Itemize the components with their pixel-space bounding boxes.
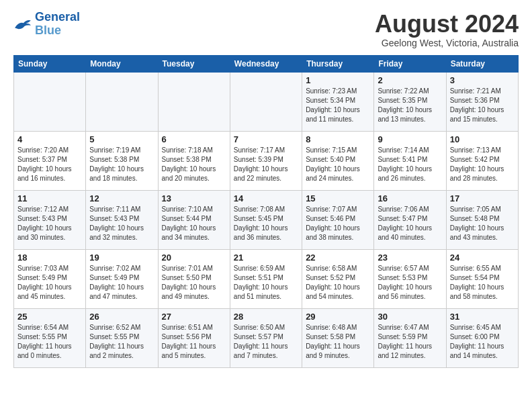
- day-number: 1: [306, 75, 370, 85]
- calendar-header-row: SundayMondayTuesdayWednesdayThursdayFrid…: [14, 55, 519, 72]
- day-number: 8: [306, 134, 370, 144]
- day-info: Sunrise: 7:22 AM Sunset: 5:35 PM Dayligh…: [378, 87, 442, 124]
- calendar-cell: 20Sunrise: 7:01 AM Sunset: 5:50 PM Dayli…: [158, 249, 230, 308]
- day-info: Sunrise: 6:50 AM Sunset: 5:57 PM Dayligh…: [234, 323, 298, 361]
- calendar-cell: 28Sunrise: 6:50 AM Sunset: 5:57 PM Dayli…: [230, 308, 302, 367]
- day-number: 10: [450, 134, 515, 144]
- day-info: Sunrise: 7:11 AM Sunset: 5:43 PM Dayligh…: [89, 205, 154, 242]
- calendar-cell: 9Sunrise: 7:14 AM Sunset: 5:41 PM Daylig…: [374, 131, 446, 190]
- calendar-table: SundayMondayTuesdayWednesdayThursdayFrid…: [13, 55, 519, 368]
- calendar-cell: 18Sunrise: 7:03 AM Sunset: 5:49 PM Dayli…: [14, 249, 86, 308]
- day-info: Sunrise: 7:20 AM Sunset: 5:37 PM Dayligh…: [17, 146, 82, 183]
- day-info: Sunrise: 7:19 AM Sunset: 5:38 PM Dayligh…: [89, 146, 154, 183]
- day-number: 7: [234, 134, 298, 144]
- day-number: 6: [162, 134, 226, 144]
- day-number: 5: [89, 134, 154, 144]
- column-header-sunday: Sunday: [14, 55, 86, 72]
- column-header-saturday: Saturday: [446, 55, 518, 72]
- day-info: Sunrise: 7:06 AM Sunset: 5:47 PM Dayligh…: [378, 205, 442, 242]
- day-number: 29: [306, 312, 370, 322]
- column-header-monday: Monday: [86, 55, 158, 72]
- day-number: 24: [450, 253, 515, 263]
- day-number: 21: [234, 253, 298, 263]
- day-info: Sunrise: 7:01 AM Sunset: 5:50 PM Dayligh…: [162, 264, 226, 302]
- calendar-cell: 10Sunrise: 7:13 AM Sunset: 5:42 PM Dayli…: [446, 131, 518, 190]
- calendar-cell: [158, 72, 230, 131]
- day-info: Sunrise: 6:57 AM Sunset: 5:53 PM Dayligh…: [378, 264, 442, 302]
- day-info: Sunrise: 6:59 AM Sunset: 5:51 PM Dayligh…: [234, 264, 298, 302]
- calendar-week-row: 18Sunrise: 7:03 AM Sunset: 5:49 PM Dayli…: [14, 249, 519, 308]
- day-number: 14: [234, 193, 298, 203]
- day-info: Sunrise: 6:54 AM Sunset: 5:55 PM Dayligh…: [17, 323, 82, 361]
- calendar-week-row: 25Sunrise: 6:54 AM Sunset: 5:55 PM Dayli…: [14, 308, 519, 367]
- day-number: 13: [162, 193, 226, 203]
- calendar-cell: 22Sunrise: 6:58 AM Sunset: 5:52 PM Dayli…: [302, 249, 374, 308]
- day-info: Sunrise: 7:08 AM Sunset: 5:45 PM Dayligh…: [234, 205, 298, 242]
- logo-text: General Blue: [35, 11, 80, 38]
- day-number: 26: [89, 312, 154, 322]
- day-info: Sunrise: 7:17 AM Sunset: 5:39 PM Dayligh…: [234, 146, 298, 183]
- column-header-tuesday: Tuesday: [158, 55, 230, 72]
- calendar-cell: 26Sunrise: 6:52 AM Sunset: 5:55 PM Dayli…: [86, 308, 158, 367]
- day-number: 2: [378, 75, 442, 85]
- day-info: Sunrise: 6:45 AM Sunset: 6:00 PM Dayligh…: [450, 323, 515, 361]
- day-info: Sunrise: 7:23 AM Sunset: 5:34 PM Dayligh…: [306, 87, 370, 124]
- day-info: Sunrise: 7:03 AM Sunset: 5:49 PM Dayligh…: [17, 264, 82, 302]
- day-number: 4: [17, 134, 82, 144]
- calendar-cell: 3Sunrise: 7:21 AM Sunset: 5:36 PM Daylig…: [446, 72, 518, 131]
- calendar-cell: 6Sunrise: 7:18 AM Sunset: 5:38 PM Daylig…: [158, 131, 230, 190]
- day-info: Sunrise: 7:21 AM Sunset: 5:36 PM Dayligh…: [450, 87, 515, 124]
- day-number: 19: [89, 253, 154, 263]
- day-info: Sunrise: 6:52 AM Sunset: 5:55 PM Dayligh…: [89, 323, 154, 361]
- calendar-cell: 12Sunrise: 7:11 AM Sunset: 5:43 PM Dayli…: [86, 190, 158, 249]
- calendar-cell: 14Sunrise: 7:08 AM Sunset: 5:45 PM Dayli…: [230, 190, 302, 249]
- calendar-week-row: 11Sunrise: 7:12 AM Sunset: 5:43 PM Dayli…: [14, 190, 519, 249]
- day-info: Sunrise: 7:05 AM Sunset: 5:48 PM Dayligh…: [450, 205, 515, 242]
- day-number: 15: [306, 193, 370, 203]
- calendar-cell: 5Sunrise: 7:19 AM Sunset: 5:38 PM Daylig…: [86, 131, 158, 190]
- day-info: Sunrise: 6:47 AM Sunset: 5:59 PM Dayligh…: [378, 323, 442, 361]
- calendar-cell: 16Sunrise: 7:06 AM Sunset: 5:47 PM Dayli…: [374, 190, 446, 249]
- calendar-cell: [230, 72, 302, 131]
- day-info: Sunrise: 7:14 AM Sunset: 5:41 PM Dayligh…: [378, 146, 442, 183]
- day-number: 9: [378, 134, 442, 144]
- day-info: Sunrise: 7:18 AM Sunset: 5:38 PM Dayligh…: [162, 146, 226, 183]
- day-number: 31: [450, 312, 515, 322]
- calendar-week-row: 1Sunrise: 7:23 AM Sunset: 5:34 PM Daylig…: [14, 72, 519, 131]
- calendar-cell: 1Sunrise: 7:23 AM Sunset: 5:34 PM Daylig…: [302, 72, 374, 131]
- calendar-cell: [86, 72, 158, 131]
- calendar-cell: 27Sunrise: 6:51 AM Sunset: 5:56 PM Dayli…: [158, 308, 230, 367]
- day-info: Sunrise: 6:55 AM Sunset: 5:54 PM Dayligh…: [450, 264, 515, 302]
- calendar-cell: 2Sunrise: 7:22 AM Sunset: 5:35 PM Daylig…: [374, 72, 446, 131]
- day-info: Sunrise: 7:13 AM Sunset: 5:42 PM Dayligh…: [450, 146, 515, 183]
- calendar-cell: 31Sunrise: 6:45 AM Sunset: 6:00 PM Dayli…: [446, 308, 518, 367]
- calendar-cell: 19Sunrise: 7:02 AM Sunset: 5:49 PM Dayli…: [86, 249, 158, 308]
- day-number: 28: [234, 312, 298, 322]
- day-number: 16: [378, 193, 442, 203]
- calendar-cell: 29Sunrise: 6:48 AM Sunset: 5:58 PM Dayli…: [302, 308, 374, 367]
- day-info: Sunrise: 6:48 AM Sunset: 5:58 PM Dayligh…: [306, 323, 370, 361]
- day-number: 27: [162, 312, 226, 322]
- title-block: August 2024 Geelong West, Victoria, Aust…: [375, 11, 519, 48]
- calendar-cell: 30Sunrise: 6:47 AM Sunset: 5:59 PM Dayli…: [374, 308, 446, 367]
- calendar-cell: 8Sunrise: 7:15 AM Sunset: 5:40 PM Daylig…: [302, 131, 374, 190]
- day-info: Sunrise: 7:07 AM Sunset: 5:46 PM Dayligh…: [306, 205, 370, 242]
- day-number: 22: [306, 253, 370, 263]
- calendar-cell: [14, 72, 86, 131]
- day-number: 11: [17, 193, 82, 203]
- column-header-friday: Friday: [374, 55, 446, 72]
- page-header: General Blue August 2024 Geelong West, V…: [13, 11, 519, 48]
- calendar-cell: 17Sunrise: 7:05 AM Sunset: 5:48 PM Dayli…: [446, 190, 518, 249]
- day-number: 23: [378, 253, 442, 263]
- day-info: Sunrise: 6:51 AM Sunset: 5:56 PM Dayligh…: [162, 323, 226, 361]
- day-info: Sunrise: 6:58 AM Sunset: 5:52 PM Dayligh…: [306, 264, 370, 302]
- day-info: Sunrise: 7:12 AM Sunset: 5:43 PM Dayligh…: [17, 205, 82, 242]
- day-number: 20: [162, 253, 226, 263]
- day-number: 3: [450, 75, 515, 85]
- day-info: Sunrise: 7:10 AM Sunset: 5:44 PM Dayligh…: [162, 205, 226, 242]
- calendar-cell: 4Sunrise: 7:20 AM Sunset: 5:37 PM Daylig…: [14, 131, 86, 190]
- location-subtitle: Geelong West, Victoria, Australia: [375, 38, 519, 48]
- month-year-title: August 2024: [375, 11, 519, 38]
- day-info: Sunrise: 7:02 AM Sunset: 5:49 PM Dayligh…: [89, 264, 154, 302]
- calendar-cell: 21Sunrise: 6:59 AM Sunset: 5:51 PM Dayli…: [230, 249, 302, 308]
